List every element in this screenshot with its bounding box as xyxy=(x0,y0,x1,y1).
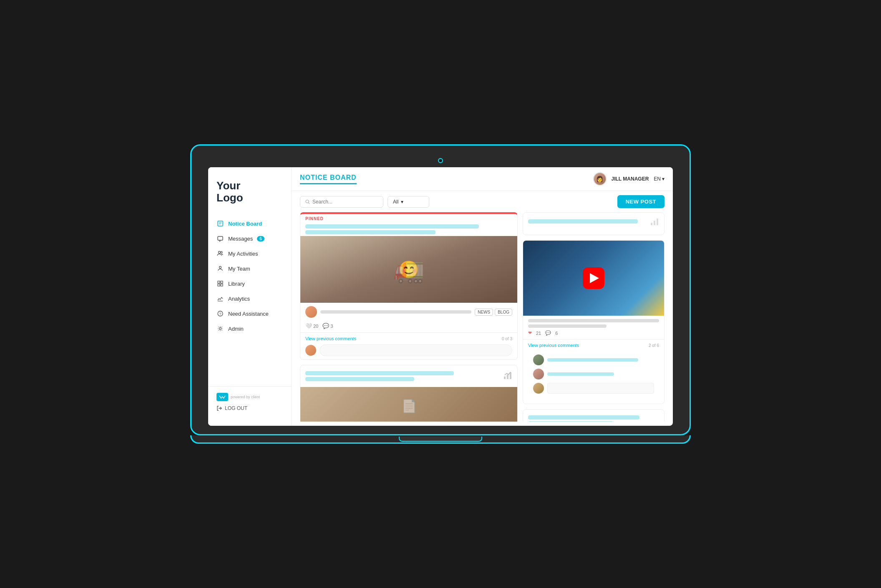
view-comments-label: View previous comments xyxy=(305,336,356,341)
lang-chevron-icon: ▾ xyxy=(662,176,665,182)
analytics-chart-icon xyxy=(503,371,512,382)
sidebar-item-label-need-assistance: Need Assistance xyxy=(228,311,269,317)
analytics-icon xyxy=(216,295,224,302)
right-comments xyxy=(528,351,659,400)
user-name: JILL MANAGER xyxy=(612,176,649,182)
sidebar-item-my-team[interactable]: My Team xyxy=(208,261,291,276)
page-title: NOTICE BOARD xyxy=(300,174,357,184)
post2-bar2 xyxy=(305,377,414,381)
feed-left: PINNED 😊 NEWS xyxy=(300,212,523,422)
toolbar: All ▾ NEW POST xyxy=(292,191,673,212)
post-tags: NEWS BLOG xyxy=(475,309,512,316)
view-comments-label-right: View previous comments xyxy=(528,343,579,348)
lang-selector[interactable]: EN ▾ xyxy=(654,176,665,182)
comment-input[interactable] xyxy=(320,344,512,356)
sidebar-item-library[interactable]: Library xyxy=(208,276,291,291)
post-author-bar xyxy=(320,310,471,314)
svg-rect-3 xyxy=(218,236,223,240)
like-button[interactable]: 🤍 20 xyxy=(305,323,318,329)
search-input[interactable] xyxy=(312,199,378,205)
svg-rect-20 xyxy=(651,223,652,225)
comment-button[interactable]: 💬 3 xyxy=(322,323,333,329)
notice-board-icon xyxy=(216,220,224,227)
post-author-avatar xyxy=(305,306,317,318)
post-card-2: 📄 xyxy=(300,365,518,422)
feed-area: PINNED 😊 NEWS xyxy=(292,212,673,426)
comment-input-area xyxy=(305,344,512,356)
messages-icon xyxy=(216,235,224,242)
tag-news[interactable]: NEWS xyxy=(475,309,493,316)
post-image-truck: 😊 xyxy=(300,236,517,303)
view-previous-comments-right[interactable]: View previous comments 2 of 6 xyxy=(528,343,659,348)
avatar: 👩 xyxy=(593,172,607,186)
logout-button[interactable]: LOG OUT xyxy=(216,405,283,411)
feed-right: ❤ 21 💬 6 View previous comments xyxy=(523,212,665,422)
sidebar-item-label-my-activities: My Activities xyxy=(228,251,258,257)
like-count: 20 xyxy=(313,324,318,329)
svg-point-6 xyxy=(219,266,222,269)
commenter-avatar-3 xyxy=(533,383,544,394)
sidebar-item-label-analytics: Analytics xyxy=(228,296,250,302)
comment-bar-2 xyxy=(547,372,614,376)
logo-area: Your Logo xyxy=(208,176,291,212)
comments-section: View previous comments 0 of 3 xyxy=(300,332,517,359)
search-icon xyxy=(305,199,310,204)
play-button[interactable] xyxy=(583,267,604,289)
comment-count: 3 xyxy=(330,324,333,329)
commenter-avatar-1 xyxy=(533,354,544,365)
right-comment-page: 2 of 6 xyxy=(649,343,659,348)
video-subtitle-bar xyxy=(528,324,607,328)
svg-rect-17 xyxy=(504,377,506,379)
commenter-avatar xyxy=(305,345,316,356)
search-box xyxy=(300,196,383,208)
lang-label: EN xyxy=(654,176,661,182)
header: NOTICE BOARD 👩 JILL MANAGER EN ▾ xyxy=(292,167,673,191)
svg-rect-19 xyxy=(510,372,511,379)
svg-rect-8 xyxy=(221,281,223,283)
svg-rect-0 xyxy=(218,221,223,226)
sidebar-item-admin[interactable]: Admin xyxy=(208,321,291,336)
filter-dropdown[interactable]: All ▾ xyxy=(388,196,429,208)
sidebar-item-my-activities[interactable]: My Activities xyxy=(208,246,291,261)
logo-text: Your Logo xyxy=(216,180,283,204)
svg-point-15 xyxy=(306,200,309,203)
sidebar-item-need-assistance[interactable]: ? Need Assistance xyxy=(208,306,291,321)
powered-logo xyxy=(216,393,228,401)
video-title-bar xyxy=(528,319,659,322)
sidebar-item-label-library: Library xyxy=(228,281,245,287)
svg-point-4 xyxy=(219,251,221,254)
sidebar-item-analytics[interactable]: Analytics xyxy=(208,291,291,306)
post-subtitle-bar xyxy=(305,230,435,234)
comment-icon-right: 💬 xyxy=(545,330,551,336)
commenter-avatar-2 xyxy=(533,369,544,379)
logout-label: LOG OUT xyxy=(225,405,247,411)
svg-rect-22 xyxy=(657,219,658,225)
right-post2-top xyxy=(523,410,664,422)
view-previous-comments[interactable]: View previous comments 0 of 3 xyxy=(305,336,512,341)
svg-rect-21 xyxy=(654,221,655,225)
analytics-content xyxy=(528,219,650,226)
sidebar-item-notice-board[interactable]: Notice Board xyxy=(208,216,291,231)
laptop-stand xyxy=(399,437,482,442)
sidebar: Your Logo Notice Board xyxy=(208,167,292,426)
library-icon xyxy=(216,280,224,287)
post2-bar1 xyxy=(305,371,454,375)
svg-rect-10 xyxy=(221,284,223,286)
video-comments: 6 xyxy=(555,331,558,336)
post-actions: 🤍 20 💬 3 xyxy=(300,321,517,332)
comment-row-3 xyxy=(533,383,654,394)
powered-text: powered by client xyxy=(231,395,260,399)
tag-blog[interactable]: BLOG xyxy=(495,309,512,316)
truck-driver-image: 😊 xyxy=(300,236,517,303)
comment-page-count: 0 of 3 xyxy=(502,337,512,341)
new-post-button[interactable]: NEW POST xyxy=(617,195,665,208)
svg-rect-7 xyxy=(218,281,220,283)
nav-items: Notice Board Messages 6 xyxy=(208,212,291,386)
comment-icon: 💬 xyxy=(322,323,329,329)
video-likes-comments: ❤ 21 💬 6 xyxy=(528,330,659,336)
right-comment-input[interactable] xyxy=(547,383,654,394)
sidebar-item-messages[interactable]: Messages 6 xyxy=(208,231,291,246)
my-activities-icon xyxy=(216,250,224,257)
powered-by: powered by client xyxy=(216,393,283,401)
admin-icon xyxy=(216,325,224,332)
